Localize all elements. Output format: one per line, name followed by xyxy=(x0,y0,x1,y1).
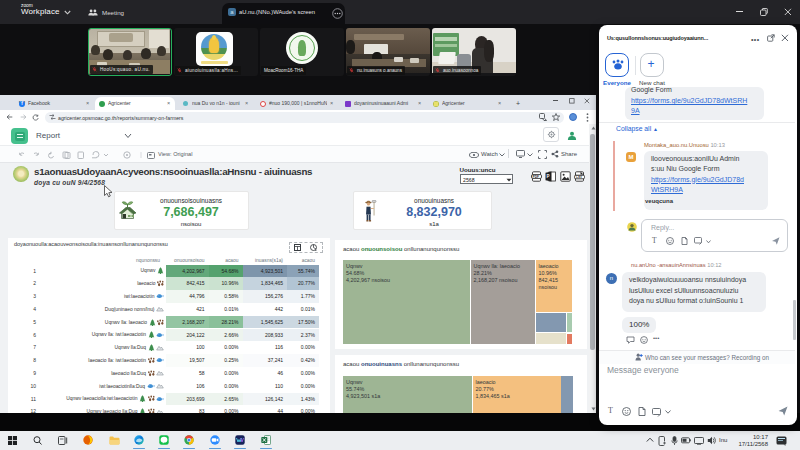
svg-text:PDF: PDF xyxy=(533,175,539,179)
svg-text:CSV: CSV xyxy=(575,175,581,179)
svg-text:P: P xyxy=(547,174,550,179)
